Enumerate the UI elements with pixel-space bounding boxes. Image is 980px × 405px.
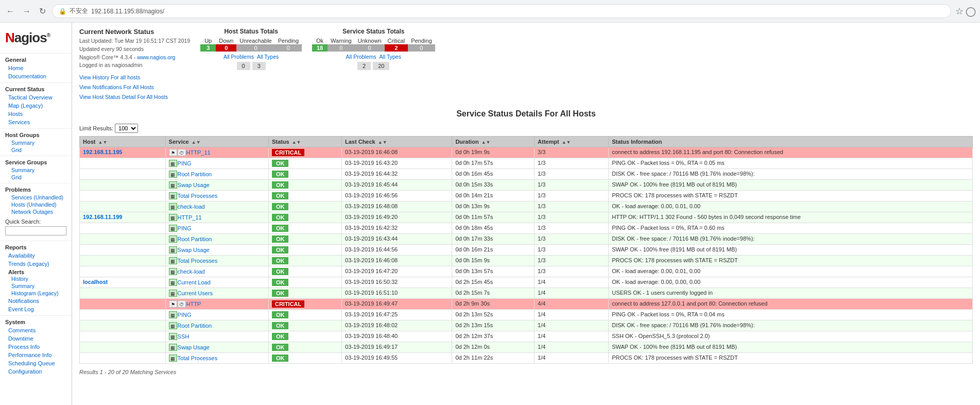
duration-cell: 0d 2h 9m 30s: [452, 298, 535, 309]
graph-icon[interactable]: ▦: [169, 344, 177, 351]
svc-all-types-link[interactable]: All Types: [380, 54, 401, 60]
sidebar-item-process-info[interactable]: Process Info: [0, 343, 72, 351]
graph-icon[interactable]: ▦: [169, 192, 177, 199]
service-sort-icon[interactable]: ▲▼: [192, 140, 201, 145]
graph-icon[interactable]: ▦: [169, 181, 177, 189]
graph-icon[interactable]: ▦: [169, 355, 177, 362]
nagios-url-link[interactable]: www.nagios.org: [137, 54, 175, 60]
graph-icon[interactable]: ▦: [169, 246, 177, 254]
service-link[interactable]: PING: [178, 225, 192, 231]
service-link[interactable]: Swap Usage: [178, 182, 210, 188]
url-bar[interactable]: 🔒 不安全 192.168.11.195:88/nagios/: [52, 4, 951, 18]
host-link[interactable]: 192.168.11.199: [83, 214, 122, 220]
sidebar-item-services[interactable]: Services: [0, 118, 72, 126]
sidebar-item-documentation[interactable]: Documentation: [0, 72, 72, 80]
service-link[interactable]: Root Partition: [178, 236, 212, 242]
graph-icon[interactable]: ▦: [169, 235, 177, 243]
service-link[interactable]: check-load: [178, 204, 205, 210]
back-button[interactable]: ←: [4, 5, 16, 18]
account-icon[interactable]: ◯: [966, 6, 976, 17]
sidebar-item-availability[interactable]: Availability: [0, 251, 72, 260]
bookmark-icon[interactable]: ☆: [955, 6, 964, 17]
graph-icon[interactable]: ▦: [169, 279, 177, 286]
sidebar-item-notifications[interactable]: Notifications: [0, 297, 72, 305]
graph-icon[interactable]: ▦: [169, 322, 177, 329]
graph-icon[interactable]: ▦: [169, 171, 177, 178]
graph-icon[interactable]: ▦: [169, 333, 177, 340]
svc-all-problems-link[interactable]: All Problems: [346, 54, 376, 60]
ack-icon[interactable]: ⚑: [169, 300, 177, 308]
host-link[interactable]: 192.168.11.195: [83, 149, 122, 155]
service-link[interactable]: Current Load: [178, 279, 211, 285]
last-check-sort-icon[interactable]: ▲▼: [378, 140, 387, 145]
graph-icon[interactable]: ▦: [169, 160, 177, 167]
service-link[interactable]: HTTP: [186, 301, 201, 307]
sidebar-item-problems-hosts[interactable]: Hosts (Unhandled): [0, 201, 72, 208]
sidebar-item-scheduling-queue[interactable]: Scheduling Queue: [0, 359, 72, 367]
search-input[interactable]: [5, 226, 66, 235]
sidebar-item-histogram[interactable]: Histogram (Legacy): [0, 290, 72, 297]
sidebar-item-comments[interactable]: Comments: [0, 326, 72, 334]
schedule-icon[interactable]: ⏱: [178, 149, 186, 156]
table-row: ▦Current UsersOK03-19-2019 16:51:100d 2h…: [80, 288, 973, 298]
graph-icon[interactable]: ▦: [169, 268, 177, 275]
sidebar-item-performance-info[interactable]: Performance Info: [0, 351, 72, 359]
service-link[interactable]: Total Processes: [178, 355, 218, 361]
service-link[interactable]: SSH: [178, 333, 190, 340]
service-link[interactable]: Total Processes: [178, 193, 218, 199]
service-link[interactable]: HTTP_11: [178, 214, 202, 221]
service-link[interactable]: Total Processes: [178, 258, 218, 264]
service-link[interactable]: Current Users: [178, 290, 213, 296]
table-row: ▦check-loadOK03-19-2019 16:48:080d 0h 13…: [80, 201, 973, 212]
service-link[interactable]: Root Partition: [178, 323, 212, 329]
host-all-problems-link[interactable]: All Problems: [223, 54, 254, 60]
service-link[interactable]: HTTP_11: [186, 149, 211, 156]
forward-button[interactable]: →: [21, 5, 33, 18]
sidebar-item-alerts-summary[interactable]: Summary: [0, 282, 72, 290]
service-link[interactable]: Root Partition: [178, 171, 212, 177]
table-row: ▦Swap UsageOK03-19-2019 16:44:560d 0h 16…: [80, 244, 973, 255]
sidebar-item-problems-services[interactable]: Services (Unhandled): [0, 194, 72, 201]
sidebar-item-tactical-overview[interactable]: Tactical Overview: [0, 93, 72, 102]
sidebar-item-sg-grid[interactable]: Grid: [0, 174, 72, 181]
sidebar-item-hg-summary[interactable]: Summary: [0, 139, 72, 146]
detail-title: Service Status Details For All Hosts: [79, 109, 973, 119]
schedule-icon[interactable]: ⏱: [178, 300, 186, 308]
host-link[interactable]: localhost: [83, 279, 108, 285]
limit-select[interactable]: 100 50 200: [115, 124, 138, 133]
host-sort-icon[interactable]: ▲▼: [98, 140, 108, 145]
sidebar-item-network-outages[interactable]: Network Outages: [0, 208, 72, 215]
sidebar-item-trends[interactable]: Trends (Legacy): [0, 260, 72, 268]
sidebar-item-alerts-history[interactable]: History: [0, 275, 72, 282]
view-host-status-link[interactable]: View Host Status Detail For All Hosts: [79, 92, 190, 102]
current-status-section-title: Current Status: [0, 82, 72, 93]
host-val-unreachable: 0: [236, 44, 274, 52]
graph-icon[interactable]: ▦: [169, 203, 177, 210]
service-link[interactable]: Swap Usage: [178, 344, 210, 350]
service-link[interactable]: PING: [178, 160, 192, 166]
duration-sort-icon[interactable]: ▲▼: [482, 140, 491, 145]
graph-icon[interactable]: ▦: [169, 257, 177, 264]
graph-icon[interactable]: ▦: [169, 214, 177, 221]
sidebar-item-map[interactable]: Map (Legacy): [0, 102, 72, 110]
status-sort-icon[interactable]: ▲▼: [292, 140, 301, 145]
reload-button[interactable]: ↻: [37, 4, 48, 18]
graph-icon[interactable]: ▦: [169, 225, 177, 232]
host-all-types-link[interactable]: All Types: [257, 54, 279, 60]
sidebar-item-event-log[interactable]: Event Log: [0, 305, 72, 313]
graph-icon[interactable]: ▦: [169, 290, 177, 297]
graph-icon[interactable]: ▦: [169, 311, 177, 318]
sidebar-item-sg-summary[interactable]: Summary: [0, 166, 72, 174]
service-link[interactable]: PING: [178, 312, 192, 318]
service-link[interactable]: Swap Usage: [178, 247, 210, 253]
ack-icon[interactable]: ⚑: [169, 149, 177, 156]
sidebar-item-downtime[interactable]: Downtime: [0, 334, 72, 343]
sidebar-item-configuration[interactable]: Configuration: [0, 367, 72, 376]
sidebar-item-home[interactable]: Home: [0, 64, 72, 72]
service-link[interactable]: check-load: [178, 268, 205, 275]
sidebar-item-hosts[interactable]: Hosts: [0, 110, 72, 118]
view-history-link[interactable]: View History For all hosts: [79, 73, 190, 82]
view-notifications-link[interactable]: View Notifications For All Hosts: [79, 82, 190, 92]
attempt-sort-icon[interactable]: ▲▼: [562, 140, 571, 145]
sidebar-item-hg-grid[interactable]: Grid: [0, 146, 72, 154]
